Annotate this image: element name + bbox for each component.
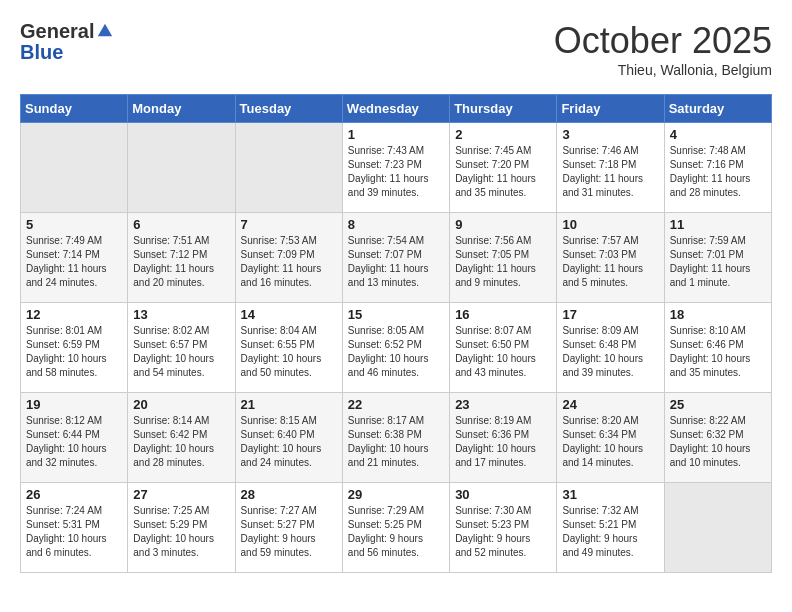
title-block: October 2025 Thieu, Wallonia, Belgium (554, 20, 772, 78)
day-info: Sunrise: 7:30 AM Sunset: 5:23 PM Dayligh… (455, 504, 551, 560)
calendar-cell: 18Sunrise: 8:10 AM Sunset: 6:46 PM Dayli… (664, 303, 771, 393)
calendar-cell: 15Sunrise: 8:05 AM Sunset: 6:52 PM Dayli… (342, 303, 449, 393)
day-info: Sunrise: 8:10 AM Sunset: 6:46 PM Dayligh… (670, 324, 766, 380)
calendar-cell: 21Sunrise: 8:15 AM Sunset: 6:40 PM Dayli… (235, 393, 342, 483)
calendar-cell: 19Sunrise: 8:12 AM Sunset: 6:44 PM Dayli… (21, 393, 128, 483)
weekday-header-sunday: Sunday (21, 95, 128, 123)
day-info: Sunrise: 7:48 AM Sunset: 7:16 PM Dayligh… (670, 144, 766, 200)
day-info: Sunrise: 7:24 AM Sunset: 5:31 PM Dayligh… (26, 504, 122, 560)
calendar-cell: 4Sunrise: 7:48 AM Sunset: 7:16 PM Daylig… (664, 123, 771, 213)
day-number: 1 (348, 127, 444, 142)
calendar-cell: 20Sunrise: 8:14 AM Sunset: 6:42 PM Dayli… (128, 393, 235, 483)
calendar-table: SundayMondayTuesdayWednesdayThursdayFrid… (20, 94, 772, 573)
day-info: Sunrise: 7:49 AM Sunset: 7:14 PM Dayligh… (26, 234, 122, 290)
day-number: 20 (133, 397, 229, 412)
calendar-week-row: 26Sunrise: 7:24 AM Sunset: 5:31 PM Dayli… (21, 483, 772, 573)
day-info: Sunrise: 7:57 AM Sunset: 7:03 PM Dayligh… (562, 234, 658, 290)
day-info: Sunrise: 7:32 AM Sunset: 5:21 PM Dayligh… (562, 504, 658, 560)
calendar-cell: 26Sunrise: 7:24 AM Sunset: 5:31 PM Dayli… (21, 483, 128, 573)
calendar-cell: 23Sunrise: 8:19 AM Sunset: 6:36 PM Dayli… (450, 393, 557, 483)
calendar-cell: 16Sunrise: 8:07 AM Sunset: 6:50 PM Dayli… (450, 303, 557, 393)
calendar-cell: 13Sunrise: 8:02 AM Sunset: 6:57 PM Dayli… (128, 303, 235, 393)
day-number: 18 (670, 307, 766, 322)
calendar-cell (21, 123, 128, 213)
day-info: Sunrise: 7:25 AM Sunset: 5:29 PM Dayligh… (133, 504, 229, 560)
calendar-week-row: 1Sunrise: 7:43 AM Sunset: 7:23 PM Daylig… (21, 123, 772, 213)
day-info: Sunrise: 7:29 AM Sunset: 5:25 PM Dayligh… (348, 504, 444, 560)
calendar-cell: 17Sunrise: 8:09 AM Sunset: 6:48 PM Dayli… (557, 303, 664, 393)
calendar-week-row: 12Sunrise: 8:01 AM Sunset: 6:59 PM Dayli… (21, 303, 772, 393)
day-number: 19 (26, 397, 122, 412)
day-number: 16 (455, 307, 551, 322)
day-info: Sunrise: 7:56 AM Sunset: 7:05 PM Dayligh… (455, 234, 551, 290)
day-number: 23 (455, 397, 551, 412)
calendar-cell (664, 483, 771, 573)
day-number: 14 (241, 307, 337, 322)
day-number: 28 (241, 487, 337, 502)
day-info: Sunrise: 8:01 AM Sunset: 6:59 PM Dayligh… (26, 324, 122, 380)
logo-general: General (20, 20, 94, 43)
day-info: Sunrise: 7:45 AM Sunset: 7:20 PM Dayligh… (455, 144, 551, 200)
calendar-cell: 12Sunrise: 8:01 AM Sunset: 6:59 PM Dayli… (21, 303, 128, 393)
day-info: Sunrise: 7:46 AM Sunset: 7:18 PM Dayligh… (562, 144, 658, 200)
day-info: Sunrise: 8:12 AM Sunset: 6:44 PM Dayligh… (26, 414, 122, 470)
day-info: Sunrise: 7:59 AM Sunset: 7:01 PM Dayligh… (670, 234, 766, 290)
day-number: 13 (133, 307, 229, 322)
logo: General Blue (20, 20, 114, 64)
day-number: 3 (562, 127, 658, 142)
calendar-cell: 27Sunrise: 7:25 AM Sunset: 5:29 PM Dayli… (128, 483, 235, 573)
calendar-cell: 11Sunrise: 7:59 AM Sunset: 7:01 PM Dayli… (664, 213, 771, 303)
day-info: Sunrise: 8:22 AM Sunset: 6:32 PM Dayligh… (670, 414, 766, 470)
day-number: 4 (670, 127, 766, 142)
calendar-cell: 2Sunrise: 7:45 AM Sunset: 7:20 PM Daylig… (450, 123, 557, 213)
weekday-header-tuesday: Tuesday (235, 95, 342, 123)
svg-marker-0 (98, 23, 112, 36)
calendar-cell: 29Sunrise: 7:29 AM Sunset: 5:25 PM Dayli… (342, 483, 449, 573)
day-number: 22 (348, 397, 444, 412)
day-info: Sunrise: 8:17 AM Sunset: 6:38 PM Dayligh… (348, 414, 444, 470)
calendar-cell: 24Sunrise: 8:20 AM Sunset: 6:34 PM Dayli… (557, 393, 664, 483)
weekday-header-wednesday: Wednesday (342, 95, 449, 123)
day-info: Sunrise: 7:53 AM Sunset: 7:09 PM Dayligh… (241, 234, 337, 290)
calendar-cell: 1Sunrise: 7:43 AM Sunset: 7:23 PM Daylig… (342, 123, 449, 213)
calendar-cell: 30Sunrise: 7:30 AM Sunset: 5:23 PM Dayli… (450, 483, 557, 573)
day-number: 24 (562, 397, 658, 412)
day-number: 8 (348, 217, 444, 232)
day-number: 6 (133, 217, 229, 232)
day-number: 15 (348, 307, 444, 322)
day-info: Sunrise: 7:43 AM Sunset: 7:23 PM Dayligh… (348, 144, 444, 200)
day-number: 26 (26, 487, 122, 502)
day-info: Sunrise: 8:20 AM Sunset: 6:34 PM Dayligh… (562, 414, 658, 470)
logo-icon (96, 21, 114, 39)
weekday-header-thursday: Thursday (450, 95, 557, 123)
day-info: Sunrise: 8:14 AM Sunset: 6:42 PM Dayligh… (133, 414, 229, 470)
calendar-cell: 7Sunrise: 7:53 AM Sunset: 7:09 PM Daylig… (235, 213, 342, 303)
day-number: 21 (241, 397, 337, 412)
calendar-cell: 31Sunrise: 7:32 AM Sunset: 5:21 PM Dayli… (557, 483, 664, 573)
calendar-cell: 22Sunrise: 8:17 AM Sunset: 6:38 PM Dayli… (342, 393, 449, 483)
calendar-cell: 9Sunrise: 7:56 AM Sunset: 7:05 PM Daylig… (450, 213, 557, 303)
calendar-week-row: 5Sunrise: 7:49 AM Sunset: 7:14 PM Daylig… (21, 213, 772, 303)
day-number: 12 (26, 307, 122, 322)
month-title: October 2025 (554, 20, 772, 62)
calendar-week-row: 19Sunrise: 8:12 AM Sunset: 6:44 PM Dayli… (21, 393, 772, 483)
page-header: General Blue October 2025 Thieu, Walloni… (20, 20, 772, 78)
calendar-cell (128, 123, 235, 213)
logo-blue: Blue (20, 41, 114, 64)
calendar-cell: 28Sunrise: 7:27 AM Sunset: 5:27 PM Dayli… (235, 483, 342, 573)
weekday-header-row: SundayMondayTuesdayWednesdayThursdayFrid… (21, 95, 772, 123)
day-info: Sunrise: 8:09 AM Sunset: 6:48 PM Dayligh… (562, 324, 658, 380)
day-number: 17 (562, 307, 658, 322)
day-number: 5 (26, 217, 122, 232)
location: Thieu, Wallonia, Belgium (554, 62, 772, 78)
calendar-cell: 14Sunrise: 8:04 AM Sunset: 6:55 PM Dayli… (235, 303, 342, 393)
calendar-cell: 6Sunrise: 7:51 AM Sunset: 7:12 PM Daylig… (128, 213, 235, 303)
day-info: Sunrise: 8:02 AM Sunset: 6:57 PM Dayligh… (133, 324, 229, 380)
weekday-header-friday: Friday (557, 95, 664, 123)
calendar-cell (235, 123, 342, 213)
day-info: Sunrise: 8:15 AM Sunset: 6:40 PM Dayligh… (241, 414, 337, 470)
calendar-cell: 25Sunrise: 8:22 AM Sunset: 6:32 PM Dayli… (664, 393, 771, 483)
day-info: Sunrise: 8:05 AM Sunset: 6:52 PM Dayligh… (348, 324, 444, 380)
day-info: Sunrise: 7:51 AM Sunset: 7:12 PM Dayligh… (133, 234, 229, 290)
calendar-cell: 5Sunrise: 7:49 AM Sunset: 7:14 PM Daylig… (21, 213, 128, 303)
